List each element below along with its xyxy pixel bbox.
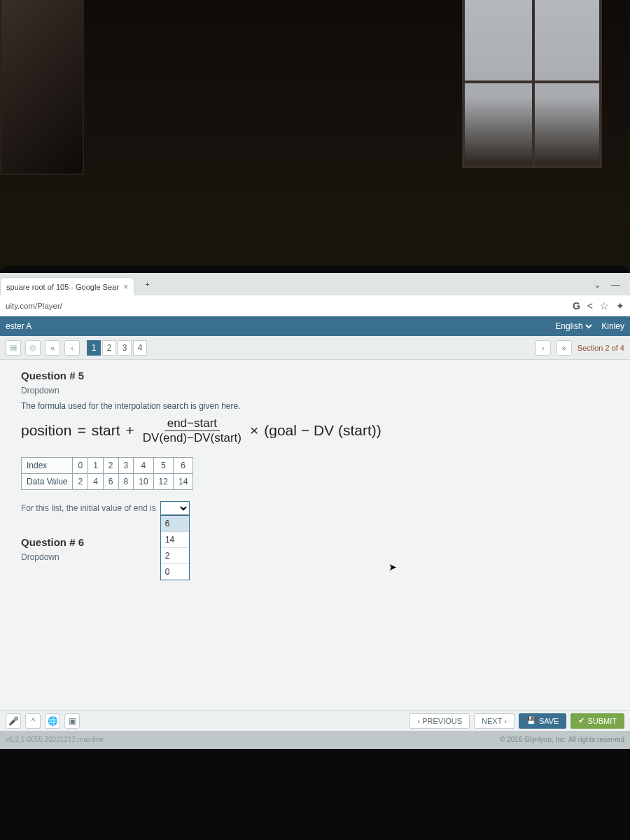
close-tab-icon[interactable]: × — [123, 281, 129, 292]
extension-icon[interactable]: ✦ — [616, 300, 624, 312]
data-table: Index 0 1 2 3 4 5 6 Data Value 2 4 6 8 1… — [21, 457, 193, 490]
target-icon[interactable]: ◎ — [25, 340, 41, 356]
question-5-stem: For this list, the initial value of end … — [21, 501, 616, 515]
copyright-label: © 2016 Glynlyon, Inc. All rights reserve… — [500, 736, 624, 743]
dv-4: 10 — [134, 474, 153, 490]
end-value-dropdown[interactable] — [160, 501, 190, 515]
laptop-screen: spuare root of 105 - Google Sear × + ⌄ —… — [0, 273, 630, 749]
question-6-title: Question # 6 — [21, 536, 616, 548]
save-label: SAVE — [539, 717, 559, 725]
next-button[interactable]: NEXT › — [474, 713, 514, 729]
tab-title: spuare root of 105 - Google Sear — [6, 283, 119, 291]
star-icon[interactable]: ☆ — [600, 300, 609, 312]
option-14[interactable]: 14 — [161, 531, 189, 547]
question-6-type: Dropdown — [21, 552, 616, 562]
submit-label: SUBMIT — [587, 717, 617, 725]
browser-tab-bar: spuare root of 105 - Google Sear × + ⌄ — — [0, 273, 630, 295]
version-label: v6.2.1-0055.20221212.mainline — [6, 736, 104, 743]
lesson-nav-bar: ▤ ◎ « ‹ 1 2 3 4 › » Section 2 of 4 — [0, 336, 630, 360]
toc-icon[interactable]: ▤ — [6, 340, 21, 356]
formula-start: start — [92, 422, 120, 439]
url-text: uity.com/Player/ — [6, 302, 62, 310]
option-6[interactable]: 6 — [161, 516, 189, 531]
print-icon[interactable]: ▣ — [64, 713, 80, 729]
globe-icon[interactable]: 🌐 — [45, 713, 60, 729]
mouse-cursor-icon: ➤ — [388, 561, 397, 573]
google-icon[interactable]: G — [573, 300, 580, 312]
room-window-left — [0, 0, 84, 175]
idx-5: 5 — [153, 458, 173, 474]
idx-2: 2 — [103, 458, 118, 474]
section-indicator: Section 2 of 4 — [578, 344, 624, 352]
formula-numerator: end−start — [164, 416, 220, 431]
bookmark-label[interactable]: ester A — [6, 321, 31, 331]
formula-goal-term: (goal − DV (start)) — [264, 422, 381, 439]
submit-button[interactable]: ✔ SUBMIT — [570, 713, 624, 729]
idx-0: 0 — [73, 458, 88, 474]
laptop-frame: spuare root of 105 - Google Sear × + ⌄ —… — [0, 266, 630, 840]
formula-plus: + — [126, 422, 134, 439]
dv-1: 4 — [88, 474, 104, 490]
nav-next-button[interactable]: › — [536, 340, 551, 356]
idx-3: 3 — [118, 458, 134, 474]
row-dv-label: Data Value — [22, 474, 73, 490]
idx-4: 4 — [134, 458, 153, 474]
formula-times: × — [250, 422, 258, 439]
row-index-label: Index — [22, 458, 73, 474]
mic-icon[interactable]: 🎤 — [6, 713, 21, 729]
save-icon: 💾 — [526, 716, 536, 725]
stem-text: For this list, the initial value of end … — [21, 503, 156, 513]
dropdown-options-list: 6 14 2 0 — [160, 515, 190, 580]
page-2[interactable]: 2 — [102, 340, 116, 356]
dv-2: 6 — [103, 474, 118, 490]
question-6-block: Question # 6 Dropdown — [21, 536, 616, 562]
question-5-title: Question # 5 — [21, 370, 616, 382]
page-1[interactable]: 1 — [87, 340, 101, 356]
share-icon[interactable]: < — [587, 300, 593, 312]
room-window-right — [462, 0, 602, 168]
window-controls: ⌄ — — [594, 279, 630, 290]
translate-icon[interactable]: ᴬ — [25, 713, 41, 729]
minimize-icon[interactable]: — — [611, 279, 620, 290]
new-tab-button[interactable]: + — [139, 276, 155, 293]
url-bar[interactable]: uity.com/Player/ G < ☆ ✦ — [0, 295, 630, 316]
formula-denominator: DV(end)−DV(start) — [140, 431, 244, 445]
dv-3: 8 — [118, 474, 134, 490]
question-5-type: Dropdown — [21, 386, 616, 396]
app-header-bar: ester A English Kinley — [0, 316, 630, 336]
nav-last-button[interactable]: » — [556, 340, 572, 356]
question-content: Question # 5 Dropdown The formula used f… — [0, 360, 630, 710]
user-name[interactable]: Kinley — [601, 321, 624, 331]
submit-icon: ✔ — [578, 716, 584, 725]
lesson-footer: 🎤 ᴬ 🌐 ▣ ‹ PREVIOUS NEXT › 💾 SAVE ✔ SUBMI… — [0, 710, 630, 731]
question-5-prompt: The formula used for the interpolation s… — [21, 401, 616, 411]
formula-fraction: end−start DV(end)−DV(start) — [140, 416, 244, 444]
chevron-down-icon[interactable]: ⌄ — [594, 279, 601, 290]
nav-first-button[interactable]: « — [45, 340, 60, 356]
interpolation-formula: position = start + end−start DV(end)−DV(… — [21, 416, 616, 444]
option-2[interactable]: 2 — [161, 547, 189, 564]
option-0[interactable]: 0 — [161, 564, 189, 580]
page-list: 1 2 3 4 — [87, 340, 147, 356]
page-3[interactable]: 3 — [118, 340, 132, 356]
dv-5: 12 — [153, 474, 173, 490]
dv-0: 2 — [73, 474, 88, 490]
dv-6: 14 — [173, 474, 192, 490]
formula-lhs: position — [21, 422, 71, 439]
idx-6: 6 — [173, 458, 192, 474]
save-button[interactable]: 💾 SAVE — [519, 713, 567, 729]
formula-eq: = — [77, 422, 85, 439]
idx-1: 1 — [88, 458, 104, 474]
browser-tab[interactable]: spuare root of 105 - Google Sear × — [0, 277, 134, 295]
previous-button[interactable]: ‹ PREVIOUS — [410, 713, 470, 729]
nav-prev-button[interactable]: ‹ — [64, 340, 80, 356]
page-4[interactable]: 4 — [133, 340, 147, 356]
language-select[interactable]: English — [552, 321, 594, 332]
